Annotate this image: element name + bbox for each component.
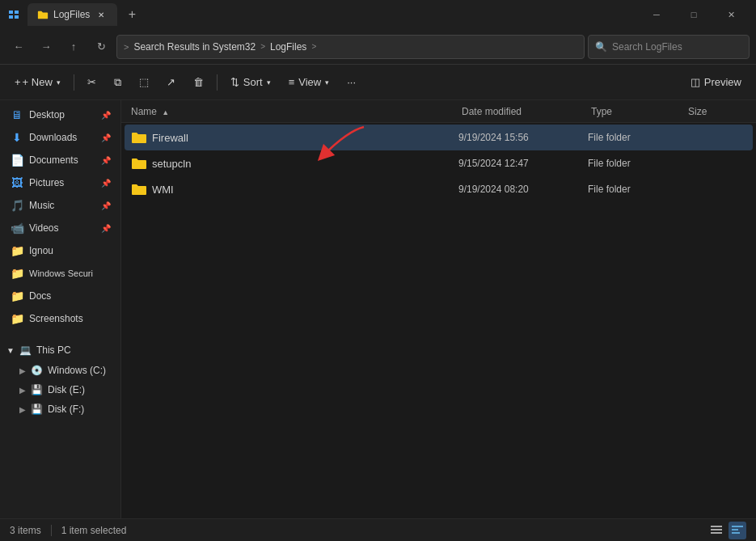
sidebar-item-videos[interactable]: 📹 Videos 📌 <box>3 217 117 239</box>
search-placeholder: Search LogFiles <box>612 41 682 53</box>
drive-f-icon: 💾 <box>31 404 43 415</box>
sidebar-label-documents: Documents <box>29 154 78 166</box>
svg-rect-3 <box>732 526 743 527</box>
sidebar-item-drive-c[interactable]: ▶ 💿 Windows (C:) <box>3 361 117 380</box>
paste-button[interactable]: ⬚ <box>131 70 157 95</box>
file-date: 9/15/2024 12:47 <box>455 158 585 169</box>
sidebar-item-music[interactable]: 🎵 Music 📌 <box>3 194 117 217</box>
downloads-pin-icon: 📌 <box>101 133 111 142</box>
file-list: Firewall 9/19/2024 15:56 File folder <box>121 123 756 518</box>
svg-rect-5 <box>732 532 740 534</box>
more-icon: ··· <box>347 76 356 88</box>
sort-label: Sort <box>243 76 263 88</box>
drive-e-expand-icon: ▶ <box>19 386 26 395</box>
refresh-button[interactable]: ↻ <box>89 35 113 59</box>
col-header-date[interactable]: Date modified <box>458 106 588 117</box>
sidebar-label-screenshots: Screenshots <box>29 313 83 324</box>
pictures-pin-icon: 📌 <box>101 179 111 188</box>
content-area: Name ▲ Date modified Type Size Fir <box>121 100 756 518</box>
sidebar: 🖥 Desktop 📌 ⬇ Downloads 📌 📄 Documents 📌 … <box>0 100 121 518</box>
sidebar-item-screenshots[interactable]: 📁 Screenshots <box>3 307 117 330</box>
thispc-section[interactable]: ▼ 💻 This PC <box>0 340 120 361</box>
tab-folder-icon <box>37 9 49 20</box>
view-toggles <box>707 522 746 539</box>
videos-pin-icon: 📌 <box>101 224 111 233</box>
music-pin-icon: 📌 <box>101 201 111 210</box>
col-header-name[interactable]: Name ▲ <box>128 106 458 117</box>
documents-icon: 📄 <box>10 153 24 167</box>
minimize-button[interactable]: ─ <box>638 0 675 29</box>
breadcrumb-system32[interactable]: Search Results in System32 <box>133 41 256 53</box>
table-row[interactable]: Firewall 9/19/2024 15:56 File folder <box>125 125 753 150</box>
tab-close-btn[interactable]: ✕ <box>95 8 108 21</box>
sort-button[interactable]: ⇅ Sort ▾ <box>222 70 279 95</box>
col-header-type[interactable]: Type <box>588 106 685 117</box>
drive-f-expand-icon: ▶ <box>19 405 26 414</box>
sidebar-item-documents[interactable]: 📄 Documents 📌 <box>3 149 117 171</box>
copy-button[interactable]: ⧉ <box>106 70 129 95</box>
path-separator-1: > <box>124 42 129 52</box>
sidebar-label-ignou: Ignou <box>29 245 53 256</box>
svg-rect-0 <box>711 526 722 527</box>
cut-button[interactable]: ✂ <box>79 70 104 95</box>
search-box[interactable]: 🔍 Search LogFiles <box>588 35 750 59</box>
share-icon: ↗ <box>167 76 175 88</box>
new-button[interactable]: + + New ▾ <box>6 70 69 95</box>
docs-icon: 📁 <box>10 289 24 303</box>
sidebar-item-pictures[interactable]: 🖼 Pictures 📌 <box>3 171 117 194</box>
breadcrumb-logfiles[interactable]: LogFiles <box>270 41 306 53</box>
preview-icon: ◫ <box>691 76 700 88</box>
documents-pin-icon: 📌 <box>101 156 111 165</box>
file-type: File folder <box>585 158 682 169</box>
file-name: Firewall <box>152 132 188 144</box>
sidebar-label-drive-c: Windows (C:) <box>48 365 106 376</box>
table-row[interactable]: setupcln 9/15/2024 12:47 File folder <box>125 150 753 176</box>
svg-rect-4 <box>732 529 738 530</box>
sidebar-item-drive-f[interactable]: ▶ 💾 Disk (F:) <box>3 399 117 419</box>
item-count: 3 items <box>10 525 41 536</box>
sidebar-label-desktop: Desktop <box>29 109 65 120</box>
sidebar-item-downloads[interactable]: ⬇ Downloads 📌 <box>3 126 117 149</box>
sidebar-item-ignou[interactable]: 📁 Ignou <box>3 239 117 262</box>
folder-icon <box>131 181 147 197</box>
share-button[interactable]: ↗ <box>158 70 184 95</box>
forward-button[interactable]: → <box>34 35 58 59</box>
sidebar-item-winsecuri[interactable]: 📁 Windows Securi <box>3 262 117 285</box>
up-button[interactable]: ↑ <box>61 35 86 59</box>
tab-label: LogFiles <box>53 9 90 20</box>
sidebar-label-videos: Videos <box>29 222 58 234</box>
address-field[interactable]: > Search Results in System32 > LogFiles … <box>116 35 585 59</box>
close-button[interactable]: ✕ <box>712 0 750 29</box>
list-view-button[interactable] <box>707 522 725 539</box>
list-view-icon <box>711 525 722 536</box>
detail-view-button[interactable] <box>729 522 746 539</box>
more-button[interactable]: ··· <box>339 70 364 95</box>
delete-icon: 🗑 <box>193 76 204 88</box>
sidebar-item-desktop[interactable]: 🖥 Desktop 📌 <box>3 104 117 126</box>
file-date: 9/19/2024 15:56 <box>455 132 585 143</box>
sidebar-item-docs[interactable]: 📁 Docs <box>3 285 117 307</box>
sort-icon: ⇅ <box>230 76 239 88</box>
col-header-size[interactable]: Size <box>685 106 750 117</box>
delete-button[interactable]: 🗑 <box>185 70 212 95</box>
file-name: setupcln <box>152 158 191 170</box>
name-sort-indicator: ▲ <box>162 108 169 116</box>
new-tab-button[interactable]: + <box>120 3 143 26</box>
table-row[interactable]: WMI 9/19/2024 08:20 File folder <box>125 176 753 202</box>
new-chevron-icon: ▾ <box>57 78 61 87</box>
winsecuri-icon: 📁 <box>10 266 24 281</box>
preview-button[interactable]: ◫ Preview <box>682 70 750 95</box>
sidebar-item-drive-e[interactable]: ▶ 💾 Disk (E:) <box>3 380 117 399</box>
folder-icon <box>131 155 147 171</box>
sidebar-label-docs: Docs <box>29 290 51 302</box>
screenshots-icon: 📁 <box>10 311 24 326</box>
statusbar-separator <box>51 525 52 536</box>
copy-icon: ⧉ <box>114 76 121 89</box>
thispc-label: This PC <box>36 344 71 356</box>
view-button[interactable]: ≡ View ▾ <box>281 70 338 95</box>
back-button[interactable]: ← <box>6 35 31 59</box>
maximize-button[interactable]: □ <box>675 0 712 29</box>
sidebar-label-pictures: Pictures <box>29 177 64 188</box>
sort-chevron-icon: ▾ <box>267 78 271 87</box>
active-tab[interactable]: LogFiles ✕ <box>27 3 117 26</box>
